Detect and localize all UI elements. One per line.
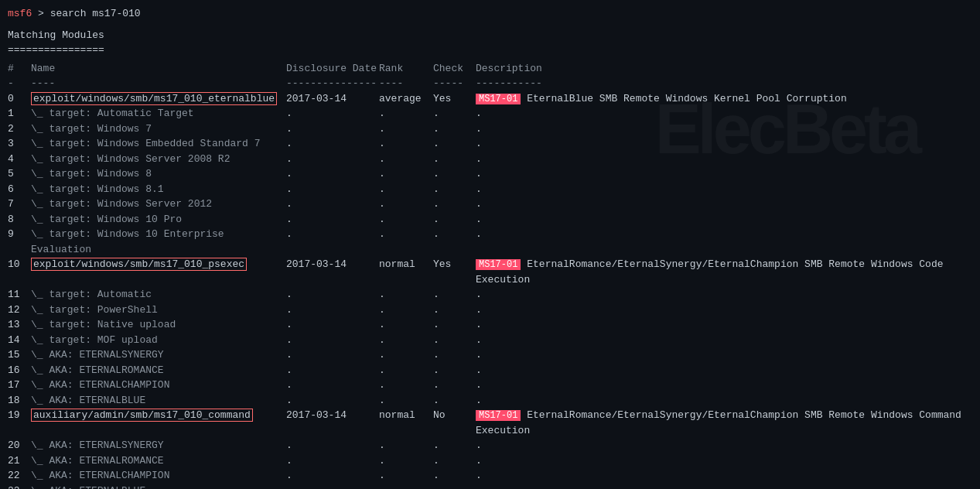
cell-name: \_ AKA: ETERNALSYNERGY [31,438,286,453]
cell-check: . [433,136,476,152]
section-title: Matching Modules [8,28,972,43]
cell-rank: . [379,212,433,227]
cell-name: \_ AKA: ETERNALBLUE [31,484,286,490]
table-row: 5 \_ target: Windows 8.... [8,166,972,182]
table-row: 8 \_ target: Windows 10 Pro.... [8,212,972,227]
cell-desc: . [476,227,972,242]
cell-rank: . [379,152,433,167]
cell-name: \_ target: Automatic [31,287,286,303]
col-header-num: # [8,61,31,77]
vulnerability-badge: MS17-01 [476,94,521,104]
cell-name: \_ target: Windows 10 Enterprise Evaluat… [31,227,286,257]
table-row: 2 \_ target: Windows 7.... [8,121,972,137]
cell-date: . [286,333,379,348]
cell-rank: . [379,121,433,137]
table-row: 7 \_ target: Windows Server 2012.... [8,197,972,212]
prompt-line: msf6 > search ms17-010 [8,6,972,22]
table-row: 0exploit/windows/smb/ms17_010_eternalblu… [8,91,972,107]
cell-date: . [286,393,379,409]
cell-date: . [286,484,379,490]
cell-num: 15 [8,347,31,363]
cell-desc: . [476,136,972,152]
col-header-date: Disclosure Date [286,61,379,77]
table-row: 14 \_ target: MOF upload.... [8,333,972,348]
cell-check: . [433,438,476,453]
cell-check: . [433,378,476,393]
cell-name: \_ AKA: ETERNALCHAMPION [31,468,286,484]
table-row: 19auxiliary/admin/smb/ms17_010_command20… [8,408,972,438]
section-underline: ================ [8,43,972,58]
cell-name[interactable]: exploit/windows/smb/ms17_010_psexec [31,257,286,272]
table-row: 9 \_ target: Windows 10 Enterprise Evalu… [8,227,972,257]
vulnerability-badge: MS17-01 [476,259,521,270]
cell-check: . [433,121,476,137]
cell-desc: MS17-01 EternalRomance/EternalSynergy/Et… [476,408,972,438]
cell-check: . [433,347,476,363]
cell-date: . [286,106,379,121]
cell-num: 21 [8,453,31,469]
cell-name: \_ target: Native upload [31,317,286,333]
table-row: 4 \_ target: Windows Server 2008 R2.... [8,152,972,167]
cell-name: \_ AKA: ETERNALROMANCE [31,453,286,469]
table-row: 18 \_ AKA: ETERNALBLUE.... [8,393,972,409]
cell-num: 4 [8,152,31,167]
cell-check: . [433,303,476,318]
cell-check: . [433,212,476,227]
cell-desc: . [476,212,972,227]
cell-num: 16 [8,363,31,378]
cell-date: . [286,182,379,197]
cell-check: . [433,287,476,303]
terminal: ElecBeta msf6 > search ms17-010 Matching… [0,0,980,489]
cell-check: Yes [433,257,476,272]
cell-date: . [286,152,379,167]
cell-num: 1 [8,106,31,121]
cell-check: . [433,468,476,484]
cell-rank: . [379,166,433,182]
cell-num: 12 [8,303,31,318]
cell-rank: normal [379,257,433,272]
cell-date: . [286,453,379,469]
cell-rank: . [379,136,433,152]
cell-desc: . [476,166,972,182]
cell-name[interactable]: auxiliary/admin/smb/ms17_010_command [31,408,286,423]
cell-desc: . [476,106,972,121]
table-row: 3 \_ target: Windows Embedded Standard 7… [8,136,972,152]
cell-name: \_ target: Windows 8.1 [31,182,286,197]
cell-desc: . [476,363,972,378]
table-row: 23 \_ AKA: ETERNALBLUE.... [8,484,972,490]
table-row: 12 \_ target: PowerShell.... [8,303,972,318]
cell-desc: . [476,182,972,197]
div-num: - [8,76,31,91]
cell-rank: . [379,197,433,212]
cell-rank: . [379,317,433,333]
cell-date: . [286,227,379,242]
cell-rank: . [379,484,433,490]
cell-check: . [433,317,476,333]
prompt-msf: msf6 [8,8,32,19]
cell-desc: . [476,378,972,393]
col-header-check: Check [433,61,476,77]
cell-desc: . [476,303,972,318]
cell-date: . [286,166,379,182]
cell-date: . [286,347,379,363]
cell-date: . [286,287,379,303]
cell-desc: . [476,152,972,167]
cell-name: \_ AKA: ETERNALSYNERGY [31,347,286,363]
cell-num: 0 [8,91,31,107]
cell-name: \_ AKA: ETERNALROMANCE [31,363,286,378]
table-row: 21 \_ AKA: ETERNALROMANCE.... [8,453,972,469]
cell-date: 2017-03-14 [286,408,379,423]
cell-name: \_ AKA: ETERNALCHAMPION [31,378,286,393]
cell-date: . [286,197,379,212]
cell-name: \_ target: MOF upload [31,333,286,348]
cell-name[interactable]: exploit/windows/smb/ms17_010_eternalblue [31,91,286,107]
table-row: 16 \_ AKA: ETERNALROMANCE.... [8,363,972,378]
cell-desc: . [476,287,972,303]
table-row: 20 \_ AKA: ETERNALSYNERGY.... [8,438,972,453]
cell-rank: . [379,106,433,121]
col-header-rank: Rank [379,61,433,77]
cell-rank: . [379,333,433,348]
col-header-desc: Description [476,61,972,77]
cell-desc: . [476,347,972,363]
cell-rank: . [379,468,433,484]
